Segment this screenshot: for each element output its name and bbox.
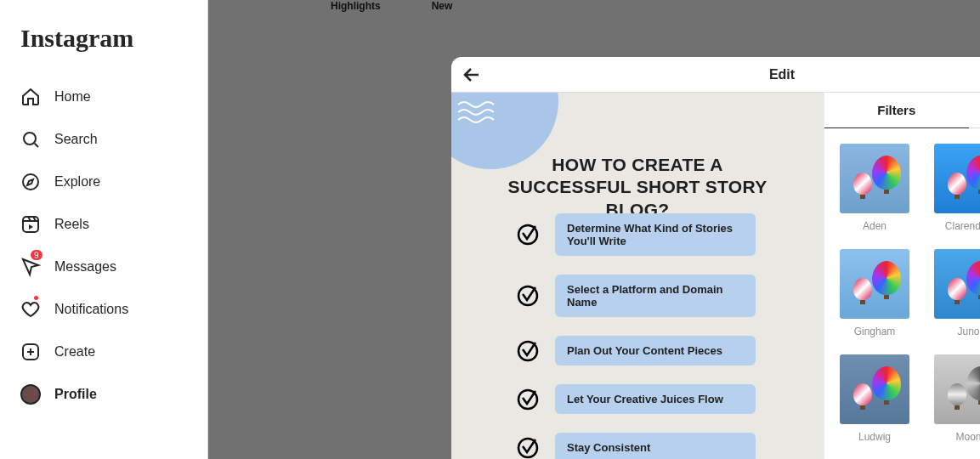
nav-messages[interactable]: 9 Messages: [10, 246, 197, 287]
check-icon: [516, 436, 540, 460]
sidebar: Instagram Home Search Explore Reels 9 M: [0, 0, 208, 459]
edit-panel: Filters Adjustments AdenClarendonCremaGi…: [824, 93, 980, 459]
filter-gingham[interactable]: Gingham: [840, 249, 909, 337]
nav-label: Messages: [54, 259, 116, 275]
filter-aden[interactable]: Aden: [840, 144, 909, 232]
edit-tabs: Filters Adjustments: [824, 93, 980, 128]
nav-profile[interactable]: Profile: [10, 374, 197, 415]
filter-thumb: [934, 249, 981, 319]
image-preview[interactable]: HOW TO CREATE A SUCCESSFUL SHORT STORY B…: [451, 93, 824, 459]
compass-icon: [20, 172, 41, 192]
nav-notifications[interactable]: Notifications: [10, 289, 197, 330]
modal-header: Edit Next: [451, 57, 980, 93]
filter-thumb: [934, 144, 981, 213]
notifications-dot: [32, 294, 40, 302]
filter-name: Ludwig: [858, 431, 891, 443]
nav-label: Home: [54, 89, 91, 105]
messages-badge: 9: [29, 248, 44, 262]
tip-text: Select a Platform and Domain Name: [555, 275, 756, 317]
check-icon: [516, 388, 540, 411]
avatar-icon: [20, 384, 41, 405]
filter-thumb: [840, 249, 909, 319]
primary-nav: Home Search Explore Reels 9 Messages: [10, 76, 197, 415]
nav-label: Reels: [54, 217, 89, 232]
svg-rect-2: [23, 217, 38, 232]
nav-label: Create: [54, 344, 95, 360]
filter-ludwig[interactable]: Ludwig: [840, 354, 909, 443]
filter-name: Gingham: [854, 326, 896, 337]
plus-square-icon: [20, 342, 41, 362]
tip-text: Let Your Creative Juices Flow: [555, 384, 756, 414]
reels-icon: [20, 214, 41, 235]
filters-scroll[interactable]: AdenClarendonCremaGinghamJunoLarkLudwigM…: [824, 128, 980, 459]
svg-point-0: [24, 133, 36, 144]
preview-heading: HOW TO CREATE A SUCCESSFUL SHORT STORY B…: [451, 154, 824, 221]
filter-juno[interactable]: Juno: [934, 249, 981, 337]
check-icon: [516, 339, 540, 363]
filter-thumb: [840, 354, 909, 424]
main-content: Highlights New aduation Cele MAN US \DEN…: [208, 0, 980, 459]
nav-create[interactable]: Create: [10, 332, 197, 372]
tip-item: Plan Out Your Content Pieces: [516, 336, 756, 366]
filter-name: Aden: [863, 220, 887, 232]
waves-icon: [456, 99, 504, 128]
filter-thumb: [934, 354, 981, 424]
create-post-modal: Edit Next HOW TO CREATE A SUCCESSFUL SHO…: [451, 57, 980, 459]
home-icon: [20, 87, 41, 107]
back-button[interactable]: [462, 57, 482, 92]
check-icon: [516, 284, 540, 308]
tip-text: Determine What Kind of Stories You'll Wr…: [555, 213, 756, 256]
nav-reels[interactable]: Reels: [10, 204, 197, 245]
filter-name: Clarendon: [945, 220, 980, 232]
nav-explore[interactable]: Explore: [10, 162, 197, 202]
search-icon: [20, 129, 41, 150]
filter-clarendon[interactable]: Clarendon: [934, 144, 981, 232]
nav-search[interactable]: Search: [10, 119, 197, 160]
filter-moon[interactable]: Moon: [934, 354, 981, 443]
heart-icon: [20, 299, 41, 320]
nav-label: Profile: [54, 387, 97, 402]
tip-item: Let Your Creative Juices Flow: [516, 384, 756, 414]
svg-point-1: [23, 174, 38, 190]
nav-label: Search: [54, 132, 98, 147]
tip-text: Stay Consistent: [555, 433, 756, 459]
nav-label: Explore: [54, 174, 100, 190]
filter-name: Juno: [957, 326, 979, 337]
nav-home[interactable]: Home: [10, 76, 197, 117]
nav-label: Notifications: [54, 302, 128, 317]
tab-adjustments[interactable]: Adjustments: [969, 93, 981, 128]
arrow-left-icon: [462, 65, 482, 85]
app-root: Instagram Home Search Explore Reels 9 M: [0, 0, 980, 459]
check-icon: [516, 223, 540, 246]
tip-item: Stay Consistent: [516, 433, 756, 459]
tips-list: Determine What Kind of Stories You'll Wr…: [516, 213, 756, 459]
tip-text: Plan Out Your Content Pieces: [555, 336, 756, 366]
filter-name: Moon: [955, 431, 980, 443]
filters-grid: AdenClarendonCremaGinghamJunoLarkLudwigM…: [840, 144, 980, 443]
modal-title: Edit: [769, 67, 795, 82]
brand-logo[interactable]: Instagram: [10, 24, 197, 53]
tab-filters[interactable]: Filters: [824, 93, 969, 128]
modal-body: HOW TO CREATE A SUCCESSFUL SHORT STORY B…: [451, 93, 980, 459]
filter-thumb: [840, 144, 909, 213]
tip-item: Determine What Kind of Stories You'll Wr…: [516, 213, 756, 256]
tip-item: Select a Platform and Domain Name: [516, 275, 756, 317]
